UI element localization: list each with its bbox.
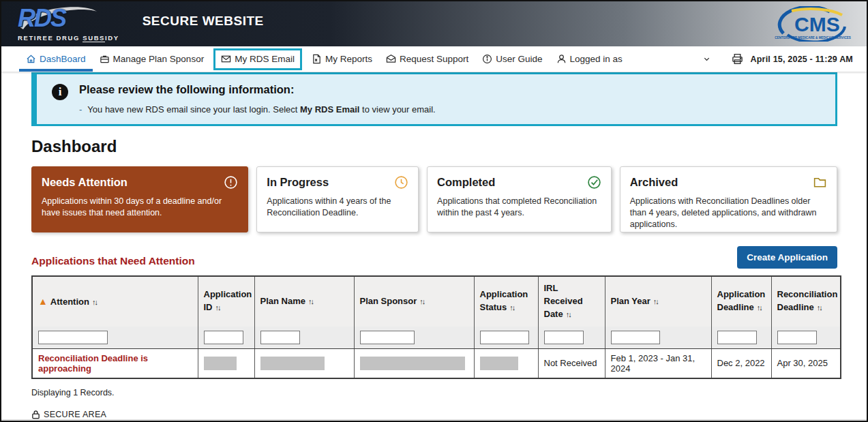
filter-input-attention[interactable] [38, 331, 108, 344]
card-title: Needs Attention [42, 176, 128, 189]
support-envelope-icon [386, 54, 396, 64]
sort-icon: ↑↓ [817, 303, 822, 312]
main-navigation: DashBoard Manage Plan Sponsor My RDS Ema… [1, 46, 867, 72]
column-header-application-id[interactable]: Application ID↑↓ [198, 276, 254, 327]
nav-item-dashboard[interactable]: DashBoard [19, 46, 93, 72]
filter-input-application-deadline[interactable] [717, 331, 757, 344]
redacted-plan-name [260, 357, 325, 370]
filter-input-application-id[interactable] [204, 331, 243, 344]
rds-secure-website-page: RDS RETIREE DRUG SUBSIDY SECURE WEBSITE … [0, 0, 868, 422]
card-completed[interactable]: Completed Applications that completed Re… [427, 166, 612, 232]
nav-item-label: DashBoard [40, 54, 86, 64]
card-description: Applications that completed Reconciliati… [437, 196, 601, 219]
logged-in-as-dropdown[interactable]: Logged in as [550, 46, 717, 72]
column-header-plan-year[interactable]: Plan Year↑↓ [605, 276, 711, 327]
alert-title: Please review the following information: [79, 83, 436, 96]
info-circle-icon [482, 54, 492, 64]
sort-icon: ↑↓ [215, 303, 220, 312]
column-header-irl-received-date[interactable]: IRL Received Date↑↓ [538, 276, 605, 327]
card-description: Applications with Reconciliation Deadlin… [630, 196, 827, 230]
sort-icon: ↑↓ [653, 297, 658, 305]
attention-message-link[interactable]: Reconciliation Deadline is approaching [38, 353, 148, 374]
redacted-application-status [480, 357, 518, 370]
nav-item-my-rds-email[interactable]: My RDS Email [213, 48, 302, 70]
nav-item-label: Manage Plan Sponsor [113, 54, 205, 64]
card-in-progress[interactable]: In Progress Applications within 4 years … [256, 166, 419, 232]
card-description: Applications within 4 years of the Recon… [267, 196, 408, 219]
reconciliation-deadline-cell: Apr 30, 2025 [771, 348, 841, 378]
redacted-application-id [204, 357, 237, 370]
clock-icon [394, 175, 408, 190]
nav-item-label: My RDS Email [235, 54, 295, 64]
card-description: Applications within 30 days of a deadlin… [42, 196, 238, 219]
sort-icon: ↑↓ [92, 298, 97, 306]
info-icon: i [52, 84, 68, 100]
secure-area-indicator: SECURE AREA [31, 410, 837, 419]
logged-in-user-redacted [626, 52, 700, 67]
filter-input-plan-year[interactable] [611, 331, 660, 344]
column-header-application-deadline[interactable]: Application Deadline↑↓ [711, 276, 771, 327]
card-title: In Progress [267, 176, 329, 189]
alert-message: - You have new RDS email since your last… [79, 104, 436, 115]
nav-item-my-reports[interactable]: My Reports [305, 46, 379, 72]
filter-input-plan-name[interactable] [260, 331, 300, 344]
nav-item-manage-plan-sponsor[interactable]: Manage Plan Sponsor [93, 46, 211, 72]
records-count-text: Displaying 1 Records. [31, 388, 837, 397]
nav-item-user-guide[interactable]: User Guide [475, 46, 549, 72]
alert-bullet: - [79, 104, 82, 115]
status-cards: Needs Attention Applications within 30 d… [31, 166, 837, 232]
column-header-application-status[interactable]: Application Status↑↓ [474, 276, 538, 327]
footer: Privacy Policy | User Agreement | Access… [1, 419, 867, 422]
redacted-plan-sponsor [360, 357, 465, 370]
column-header-plan-sponsor[interactable]: Plan Sponsor↑↓ [354, 276, 474, 327]
exclamation-circle-icon [224, 175, 238, 190]
column-header-plan-name[interactable]: Plan Name↑↓ [254, 276, 354, 327]
create-application-button[interactable]: Create Application [737, 246, 837, 269]
filter-input-plan-sponsor[interactable] [360, 331, 415, 344]
table-filter-row [32, 327, 841, 349]
secure-area-label: SECURE AREA [44, 410, 106, 419]
svg-text:CMS: CMS [794, 13, 840, 35]
main-content: i Please review the following informatio… [1, 72, 867, 419]
section-header-row: Applications that Need Attention Create … [31, 246, 837, 269]
sort-icon: ↑↓ [509, 303, 514, 312]
lock-icon [31, 410, 40, 419]
card-needs-attention[interactable]: Needs Attention Applications within 30 d… [31, 166, 248, 232]
filter-input-irl-received-date[interactable] [544, 331, 584, 344]
briefcase-icon [100, 54, 110, 64]
rds-tagline: RETIREE DRUG SUBSIDY [18, 35, 119, 42]
nav-item-label: User Guide [496, 54, 542, 64]
section-heading: Applications that Need Attention [31, 255, 195, 269]
logged-in-as-label: Logged in as [570, 54, 623, 64]
column-header-reconciliation-deadline[interactable]: Reconciliation Deadline↑↓ [771, 276, 841, 327]
table-header-row: ▲Attention↑↓ Application ID↑↓ Plan Name↑… [32, 276, 841, 327]
cms-logo-icon: CMS CENTERS FOR MEDICARE & MEDICAID SERV… [771, 6, 854, 42]
card-title: Completed [437, 176, 495, 189]
info-alert: i Please review the following informatio… [31, 72, 837, 126]
printer-icon[interactable] [731, 52, 744, 65]
sort-icon: ↑↓ [566, 310, 571, 318]
card-archived[interactable]: Archived Applications with Reconciliatio… [620, 166, 837, 232]
current-datetime: April 15, 2025 - 11:29 AM [751, 55, 853, 64]
column-header-attention[interactable]: ▲Attention↑↓ [32, 276, 198, 327]
sort-icon: ↑↓ [757, 303, 762, 312]
nav-item-label: My Reports [325, 54, 372, 64]
cms-logo: CMS CENTERS FOR MEDICARE & MEDICAID SERV… [771, 6, 854, 42]
filter-input-reconciliation-deadline[interactable] [777, 331, 817, 344]
masthead: RDS RETIREE DRUG SUBSIDY SECURE WEBSITE … [1, 1, 867, 46]
nav-item-request-support[interactable]: Request Support [379, 46, 475, 72]
sort-icon: ↑↓ [308, 297, 313, 305]
plan-year-cell: Feb 1, 2023 - Jan 31, 2024 [605, 348, 711, 378]
chevron-down-icon [703, 55, 710, 63]
sort-icon: ↑↓ [419, 297, 424, 305]
rds-logo-text: RDS [18, 4, 65, 32]
table-row: Reconciliation Deadline is approaching N… [32, 348, 841, 378]
person-icon [556, 54, 567, 64]
card-title: Archived [630, 176, 678, 189]
report-file-icon [312, 54, 322, 64]
irl-received-date-cell: Not Received [538, 348, 605, 378]
filter-input-application-status[interactable] [480, 331, 529, 344]
rds-logo: RDS RETIREE DRUG SUBSIDY [18, 6, 119, 42]
cms-sub-text: CENTERS FOR MEDICARE & MEDICAID SERVICES [775, 36, 851, 40]
nav-item-label: Request Support [400, 54, 468, 64]
